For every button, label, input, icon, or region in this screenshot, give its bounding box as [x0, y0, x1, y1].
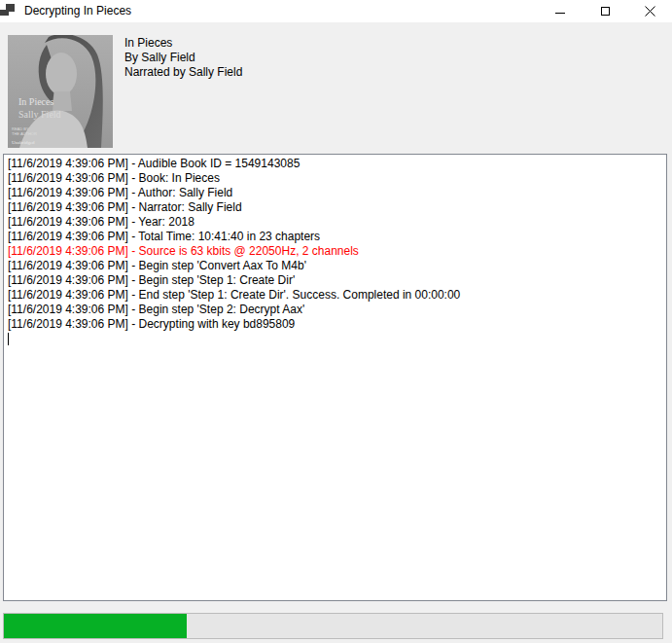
log-line: [11/6/2019 4:39:06 PM] - Source is 63 kb…	[8, 244, 664, 259]
cover-title-text: In Pieces	[18, 96, 53, 107]
app-window: Decrypting In Pieces	[0, 0, 672, 643]
cover-neck-shape	[53, 91, 72, 111]
close-icon	[645, 6, 655, 17]
app-icon[interactable]	[0, 2, 16, 19]
progress-fill	[4, 614, 187, 638]
progress-bar	[3, 613, 663, 639]
minimize-button[interactable]	[538, 0, 583, 22]
text-caret	[8, 333, 9, 345]
log-line: [11/6/2019 4:39:06 PM] - Begin step 'Ste…	[8, 273, 664, 288]
maximize-icon	[601, 7, 610, 16]
book-cover-image: In Pieces Sally Field READ BY THE AUTHOR…	[8, 35, 113, 148]
log-line: [11/6/2019 4:39:06 PM] - Book: In Pieces	[8, 171, 664, 186]
log-line: [11/6/2019 4:39:06 PM] - Author: Sally F…	[8, 186, 664, 200]
app-icon-square-small	[0, 10, 9, 16]
log-line: [11/6/2019 4:39:06 PM] - Decrypting with…	[8, 317, 664, 332]
log-output[interactable]: [11/6/2019 4:39:06 PM] - Audible Book ID…	[3, 154, 667, 601]
log-line: [11/6/2019 4:39:06 PM] - Audible Book ID…	[8, 157, 664, 171]
log-line: [11/6/2019 4:39:06 PM] - End step 'Step …	[8, 288, 664, 303]
minimize-icon	[555, 13, 565, 14]
log-line: [11/6/2019 4:39:06 PM] - Narrator: Sally…	[8, 200, 664, 215]
log-line: [11/6/2019 4:39:06 PM] - Year: 2018	[8, 215, 664, 230]
window-controls	[538, 0, 672, 22]
book-info-line: In Pieces	[124, 36, 242, 51]
window-title: Decrypting In Pieces	[24, 0, 131, 22]
book-info-line: By Sally Field	[124, 51, 242, 65]
book-info-line: Narrated by Sally Field	[124, 65, 242, 80]
log-line: [11/6/2019 4:39:06 PM] - Begin step 'Con…	[8, 259, 664, 273]
book-info: In Pieces By Sally Field Narrated by Sal…	[124, 36, 242, 80]
cover-badge-line3: Unabridged	[12, 140, 35, 145]
cover-face-shape	[46, 53, 77, 95]
log-lines: [11/6/2019 4:39:06 PM] - Audible Book ID…	[8, 157, 664, 332]
title-bar: Decrypting In Pieces	[0, 0, 672, 22]
maximize-button[interactable]	[583, 0, 627, 22]
cover-badge-line2: THE AUTHOR	[12, 131, 37, 136]
cover-author-text: Sally Field	[18, 109, 61, 120]
log-line: [11/6/2019 4:39:06 PM] - Begin step 'Ste…	[8, 303, 664, 317]
log-line: [11/6/2019 4:39:06 PM] - Total Time: 10:…	[8, 230, 664, 244]
close-button[interactable]	[627, 0, 672, 22]
